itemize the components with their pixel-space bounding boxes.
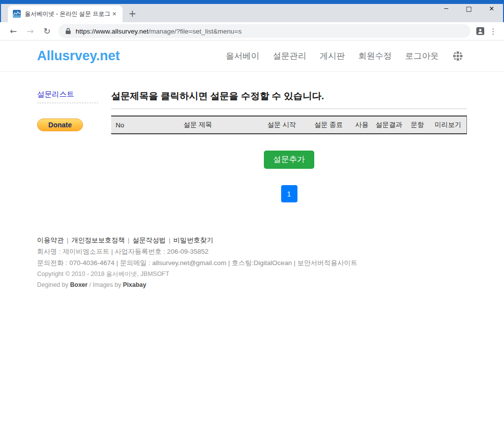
tab-title: 올서베이넷 - 온라인 설문 프로그 [25, 10, 110, 18]
window-titlebar [0, 0, 504, 4]
site-header: Allusrvey.net 올서베이 설문관리 게시판 회원수정 로그아웃 [0, 40, 504, 72]
add-survey-button[interactable]: 설문추가 [264, 151, 314, 169]
nav-item-logout[interactable]: 로그아웃 [405, 50, 439, 62]
footer-separator: | [64, 236, 72, 244]
browser-menu-icon[interactable]: ⋮ [487, 24, 499, 38]
minimize-icon[interactable]: ─ [435, 1, 458, 16]
address-bar[interactable]: https://www.allsurvey.net/manage/?file=s… [58, 24, 470, 38]
lock-icon[interactable] [65, 28, 71, 35]
table-header-row: No 설문 제목 설문 시작 설문 종료 사용 설문결과 문항 미리보기 [111, 116, 467, 134]
new-tab-icon[interactable]: + [128, 9, 136, 18]
site-favicon-icon [13, 10, 21, 18]
globe-icon[interactable] [452, 50, 463, 62]
footer-contact-info: 문의전화 : 070-4036-4674 | 문의메일 : allsurvey.… [37, 257, 467, 269]
footer-separator: | [125, 236, 133, 244]
credits-middle: / Images by [87, 281, 123, 288]
browser-tab[interactable]: 올서베이넷 - 온라인 설문 프로그 ✕ [8, 5, 123, 22]
page-title: 설문제목을 클릭하시면 설문을 수정할 수 있습니다. [111, 90, 467, 109]
site-footer: 이용약관|개인정보보호정책|설문작성법|비밀번호찾기 회사명 : 제이비엠소프트… [0, 202, 504, 290]
tab-close-icon[interactable]: ✕ [110, 10, 119, 18]
pagination: 1 [111, 185, 467, 202]
footer-copyright: Copyright © 2010 - 2018 올서베이넷, JBMSOFT [37, 269, 467, 280]
column-header-use: 사용 [351, 116, 373, 134]
footer-separator: | [166, 236, 174, 244]
credits-prefix: Degined by [37, 281, 70, 288]
credits-pixabay-link[interactable]: Pixabay [123, 281, 146, 288]
nav-item-allsurvey[interactable]: 올서베이 [226, 50, 259, 62]
survey-table: No 설문 제목 설문 시작 설문 종료 사용 설문결과 문항 미리보기 [111, 116, 467, 134]
profile-icon[interactable] [473, 24, 487, 38]
maximize-icon[interactable]: □ [458, 1, 480, 16]
footer-link-terms[interactable]: 이용약관 [37, 236, 64, 244]
browser-chrome: 올서베이넷 - 온라인 설문 프로그 ✕ + ─ □ ✕ ← → ↻ https… [0, 0, 504, 40]
column-header-survey-title: 설문 제목 [138, 116, 257, 134]
sidebar-item-survey-list[interactable]: 설문리스트 [37, 90, 98, 103]
main-panel: 설문제목을 클릭하시면 설문을 수정할 수 있습니다. No 설문 제목 설문 … [111, 90, 467, 202]
browser-toolbar: ← → ↻ https://www.allsurvey.net/manage/?… [0, 22, 504, 40]
column-header-preview: 미리보기 [430, 116, 467, 134]
credits-boxer-link[interactable]: Boxer [70, 281, 87, 288]
tab-strip: 올서베이넷 - 온라인 설문 프로그 ✕ + ─ □ ✕ [0, 4, 504, 22]
nav-item-board[interactable]: 게시판 [320, 50, 345, 62]
donate-button[interactable]: Donate [37, 118, 83, 131]
column-header-no: No [111, 116, 138, 134]
nav-item-survey-manage[interactable]: 설문관리 [273, 50, 306, 62]
url-text[interactable]: https://www.allsurvey.net/manage/?file=s… [76, 28, 242, 35]
page-button-1[interactable]: 1 [281, 185, 297, 202]
footer-link-survey-guide[interactable]: 설문작성법 [132, 236, 166, 244]
site-logo[interactable]: Allusrvey.net [37, 48, 120, 64]
sidebar: 설문리스트 Donate [37, 90, 111, 202]
close-icon[interactable]: ✕ [480, 1, 503, 16]
page-content: 설문리스트 Donate 설문제목을 클릭하시면 설문을 수정할 수 있습니다.… [0, 90, 504, 202]
column-header-survey-result: 설문결과 [373, 116, 405, 134]
footer-credits: Degined by Boxer / Images by Pixabay [37, 280, 467, 290]
url-origin: https://www.allsurvey.net [76, 28, 149, 35]
footer-link-privacy[interactable]: 개인정보보호정책 [72, 236, 125, 244]
main-nav: 올서베이 설문관리 게시판 회원수정 로그아웃 [226, 50, 463, 62]
column-header-survey-start: 설문 시작 [257, 116, 306, 134]
forward-icon: → [23, 24, 37, 38]
back-icon[interactable]: ← [6, 24, 20, 38]
column-header-question-count: 문항 [405, 116, 429, 134]
footer-links: 이용약관|개인정보보호정책|설문작성법|비밀번호찾기 [37, 234, 467, 246]
footer-company-info: 회사명 : 제이비엠소프트 | 사업자등록번호 : 206-09-35852 [37, 246, 467, 257]
window-controls: ─ □ ✕ [435, 1, 503, 16]
refresh-icon[interactable]: ↻ [40, 24, 54, 38]
column-header-survey-end: 설문 종료 [306, 116, 351, 134]
nav-item-member-edit[interactable]: 회원수정 [358, 50, 392, 62]
url-path: /manage/?file=set_list&menu=s [149, 28, 242, 35]
footer-link-find-password[interactable]: 비밀번호찾기 [173, 236, 213, 244]
